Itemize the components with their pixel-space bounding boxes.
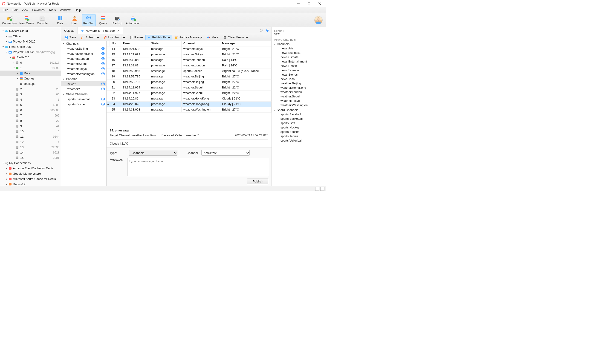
tree-node[interactable]: 45 xyxy=(0,97,61,102)
message-row[interactable]: ▸2413:14:26.823pmessageweather:HongKongC… xyxy=(107,102,272,107)
tree-node[interactable]: ▾My Connections xyxy=(0,160,61,166)
twisty-icon[interactable]: ▸ xyxy=(5,178,8,180)
twisty-icon[interactable]: ▾ xyxy=(1,30,5,32)
twisty-icon[interactable]: ▸ xyxy=(5,167,8,169)
right-section-header[interactable]: ▾Channels xyxy=(274,42,323,46)
message-row[interactable]: 2313:14:26.82messageweather:HongKongClou… xyxy=(107,96,272,102)
tree-node[interactable]: 149528 xyxy=(0,150,61,155)
toolbar-pub/sub[interactable]: Pub/Sub xyxy=(82,14,96,26)
right-channel-item[interactable]: weather:Tokyo xyxy=(274,99,323,103)
channel-item[interactable]: sports:Basketball xyxy=(61,96,106,102)
tree-node[interactable]: 365 xyxy=(0,92,61,97)
channel-item[interactable]: weather:Seoul xyxy=(61,61,106,66)
right-channel-item[interactable]: news:Science xyxy=(274,68,323,72)
channels-panel[interactable]: ▾Channelsweather:Beijingweather:HongKong… xyxy=(61,41,107,186)
channel-group-header[interactable]: ▾Patterns xyxy=(61,76,106,81)
tree-node[interactable]: ▸0102817 xyxy=(0,60,61,65)
eye-icon[interactable] xyxy=(101,103,105,105)
channel-item[interactable]: weather:HongKong xyxy=(61,51,106,56)
message-row[interactable]: 1913:13:59.735messageweather:BeijingBrig… xyxy=(107,74,272,79)
message-row[interactable]: 2213:14:11.927pmessageweather:SeoulBrigh… xyxy=(107,91,272,96)
channel-select[interactable]: news:test xyxy=(201,150,250,156)
tree-node[interactable]: ▾ProjectDT-0052 (marybrown@g xyxy=(0,49,61,55)
eye-icon[interactable] xyxy=(101,98,105,100)
twisty-icon[interactable]: ▸ xyxy=(5,183,8,185)
twisty-icon[interactable]: ▾ xyxy=(1,162,5,164)
right-channel-item[interactable]: sports:Baseball xyxy=(274,112,323,117)
right-section-header[interactable]: ▾Shard Channels xyxy=(274,108,323,112)
avatar[interactable] xyxy=(314,16,323,24)
toolbar-new-query[interactable]: +New Query xyxy=(18,14,35,26)
channel-item[interactable]: weather:Beijing xyxy=(61,46,106,51)
message-row[interactable]: 1413:13:21.688messageweather:TokyoBright… xyxy=(107,46,272,52)
action-publish-pane[interactable]: Publish Pane xyxy=(145,35,172,40)
eye-icon[interactable] xyxy=(101,72,105,75)
tree-node[interactable]: ▸Data xyxy=(0,71,61,76)
eye-icon[interactable] xyxy=(101,57,105,60)
tree-node[interactable]: ▾Head Office 305 xyxy=(0,44,61,49)
right-channel-item[interactable]: news:Tech xyxy=(274,77,323,81)
right-channel-item[interactable]: weather:HongKong xyxy=(274,86,323,90)
panel-toggle-right[interactable] xyxy=(320,187,324,191)
menu-view[interactable]: View xyxy=(20,8,30,13)
eye-icon[interactable] xyxy=(101,62,105,65)
tree-node[interactable]: ▸Google Memorystore xyxy=(0,171,61,176)
message-row[interactable]: 2013:13:59.736pmessageweather:BeijingBri… xyxy=(107,79,272,85)
tree-node[interactable]: ▸Microsoft Azure Cache for Redis xyxy=(0,176,61,182)
message-row[interactable]: 1513:13:21.699pmessageweather:TokyoBrigh… xyxy=(107,52,272,57)
action-save[interactable]: Save xyxy=(62,35,78,40)
antenna-icon[interactable] xyxy=(265,29,269,32)
toolbar-automation[interactable]: Automation xyxy=(125,14,141,26)
tree-node[interactable]: 1322396 xyxy=(0,144,61,150)
twisty-icon[interactable]: ▾ xyxy=(5,51,8,53)
info-icon[interactable]: ⓘ xyxy=(260,28,263,33)
menu-help[interactable]: Help xyxy=(72,8,83,13)
tree-node[interactable]: ▾118992 xyxy=(0,65,61,71)
tree-node[interactable]: ▾Navicat Cloud xyxy=(0,28,61,34)
tab-close-icon[interactable]: ✕ xyxy=(117,29,120,32)
menu-tools[interactable]: Tools xyxy=(47,8,58,13)
right-channel-item[interactable]: weather:Seoul xyxy=(274,94,323,99)
right-channel-item[interactable]: news:Stories xyxy=(274,72,323,77)
tree-node[interactable]: ▸Office xyxy=(0,34,61,39)
right-channel-item[interactable]: weather:London xyxy=(274,90,323,94)
tree-node[interactable]: 7569 xyxy=(0,113,61,118)
col-header-state[interactable]: State xyxy=(149,41,181,46)
col-header-message[interactable]: Message xyxy=(220,41,272,46)
message-row[interactable]: 1813:13:50.955smessagesports:SoccerArgen… xyxy=(107,68,272,74)
channel-item[interactable]: news:* xyxy=(61,81,106,86)
right-channel-item[interactable]: weather:Washington xyxy=(274,103,323,107)
message-row[interactable]: 2113:14:11.924messageweather:SeoulBright… xyxy=(107,85,272,91)
tree-node[interactable]: 941 xyxy=(0,123,61,129)
type-select[interactable]: Channels xyxy=(129,150,177,156)
minimize-button[interactable] xyxy=(293,0,304,7)
menu-favorites[interactable]: Favorites xyxy=(30,8,46,13)
toolbar-query[interactable]: Query xyxy=(96,14,110,26)
tree-node[interactable]: Backups xyxy=(0,81,61,86)
twisty-icon[interactable]: ▸ xyxy=(13,61,16,64)
col-header-channel[interactable]: Channel xyxy=(181,41,220,46)
channel-item[interactable]: weather:Washington xyxy=(61,71,106,76)
right-channel-item[interactable]: sports:Volleyball xyxy=(274,138,323,143)
twisty-icon[interactable]: ▾ xyxy=(13,67,16,69)
right-channel-item[interactable]: news:Arts xyxy=(274,46,323,51)
eye-icon[interactable] xyxy=(101,88,105,90)
message-row[interactable]: 2513:14:33.008messageweather:WashingtonB… xyxy=(107,107,272,113)
tree-node[interactable]: ▾Redis 7.0 xyxy=(0,55,61,60)
col-header-time[interactable]: Time xyxy=(121,41,149,46)
message-input[interactable] xyxy=(127,158,268,176)
channel-item[interactable]: weather:* xyxy=(61,86,106,91)
channel-item[interactable]: sports:Soccer xyxy=(61,102,106,107)
action-unsubscribe[interactable]: Unsubscribe xyxy=(101,35,127,40)
toolbar-data[interactable]: Data xyxy=(53,14,67,26)
connection-tree[interactable]: ▾Navicat Cloud▸Office▸Project MH-0015▾He… xyxy=(0,27,61,186)
twisty-icon[interactable]: ▸ xyxy=(5,35,8,38)
toolbar-user[interactable]: User xyxy=(68,14,82,26)
tree-node[interactable]: 6600000 xyxy=(0,107,61,113)
channel-group-header[interactable]: ▾Shard Channels xyxy=(61,91,106,96)
tree-node[interactable]: ▸Queries xyxy=(0,76,61,81)
channel-item[interactable]: weather:London xyxy=(61,56,106,61)
twisty-icon[interactable]: ▸ xyxy=(5,40,8,43)
message-row[interactable]: 1613:13:38.868messageweather:LondonRain … xyxy=(107,57,272,63)
message-row[interactable]: 1713:13:38.87pmessageweather:LondonRain … xyxy=(107,63,272,68)
